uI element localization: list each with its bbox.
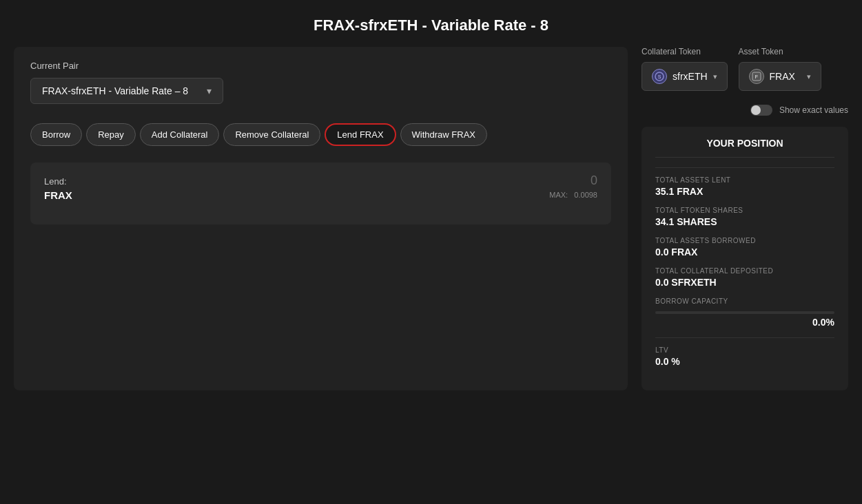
tab-repay[interactable]: Repay [86,123,136,146]
left-panel: Current Pair FRAX-sfrxETH - Variable Rat… [14,47,628,390]
stat-value-ltv: 0.0 % [655,356,834,367]
position-divider [655,167,834,168]
toggle-knob [751,105,761,115]
asset-token-label: Asset Token [739,47,821,56]
tab-add-collateral[interactable]: Add Collateral [140,123,220,146]
show-exact-label: Show exact values [779,105,848,115]
borrow-capacity-label: BORROW CAPACITY [655,297,834,305]
lend-token: FRAX [44,189,597,201]
show-exact-row: Show exact values [642,105,848,116]
lend-box: Lend: FRAX 0 MAX: 0.0098 [30,162,611,224]
stat-label-ltv: LTV [655,346,834,354]
right-panel: Collateral Token S sfrxETH ▾ Asset Token [642,47,848,390]
svg-text:F: F [755,74,757,79]
stat-total-assets-borrowed: TOTAL ASSETS BORROWED 0.0 FRAX [655,237,834,258]
ltv-divider [655,337,834,338]
stat-ltv: LTV 0.0 % [655,346,834,367]
pair-selector-chevron-icon: ▾ [207,85,212,96]
stat-value-total-ftoken-shares: 34.1 SHARES [655,216,834,227]
collateral-token-label: Collateral Token [642,47,728,56]
tab-lend-frax[interactable]: Lend FRAX [325,123,396,146]
pair-selector[interactable]: FRAX-sfrxETH - Variable Rate – 8 ▾ [30,78,223,104]
tabs-row: Borrow Repay Add Collateral Remove Colla… [30,123,611,146]
position-box: YOUR POSITION TOTAL ASSETS LENT 35.1 FRA… [642,127,848,390]
current-pair-label: Current Pair [30,61,611,71]
stat-total-assets-lent: TOTAL ASSETS LENT 35.1 FRAX [655,176,834,197]
pair-selector-value: FRAX-sfrxETH - Variable Rate – 8 [42,85,188,96]
tab-remove-collateral[interactable]: Remove Collateral [223,123,320,146]
sfrxeth-icon: S [652,69,667,84]
borrow-capacity-value: 0.0% [812,317,834,328]
asset-token-name: FRAX [770,71,795,82]
lend-input-area: 0 MAX: 0.0098 [549,174,597,199]
asset-token-selector[interactable]: F FRAX ▾ [739,62,821,91]
stat-label-total-assets-borrowed: TOTAL ASSETS BORROWED [655,237,834,244]
lend-max-label: MAX: 0.0098 [549,191,597,199]
borrow-capacity-section: BORROW CAPACITY 0.0% [655,297,834,328]
collateral-token-name: sfrxETH [673,71,708,82]
stat-label-total-ftoken-shares: TOTAL FTOKEN SHARES [655,207,834,214]
stat-value-total-assets-borrowed: 0.0 FRAX [655,246,834,258]
stat-label-total-assets-lent: TOTAL ASSETS LENT [655,176,834,184]
token-selectors: Collateral Token S sfrxETH ▾ Asset Token [642,47,848,91]
position-title: YOUR POSITION [655,138,834,158]
stat-label-total-collateral-deposited: TOTAL COLLATERAL DEPOSITED [655,267,834,275]
stat-total-ftoken-shares: TOTAL FTOKEN SHARES 34.1 SHARES [655,207,834,227]
collateral-token-group: Collateral Token S sfrxETH ▾ [642,47,728,91]
stat-value-total-collateral-deposited: 0.0 SFRXETH [655,277,834,288]
borrow-capacity-bar [655,311,834,314]
lend-input-value[interactable]: 0 [549,174,597,188]
stat-value-total-assets-lent: 35.1 FRAX [655,186,834,197]
lend-label: Lend: [44,176,597,187]
asset-token-group: Asset Token F FRAX ▾ [739,47,821,91]
stat-total-collateral-deposited: TOTAL COLLATERAL DEPOSITED 0.0 SFRXETH [655,267,834,288]
frax-icon: F [749,69,764,84]
asset-token-chevron-icon: ▾ [807,72,811,81]
tab-borrow[interactable]: Borrow [30,123,82,146]
show-exact-toggle[interactable] [750,105,772,116]
collateral-token-selector[interactable]: S sfrxETH ▾ [642,62,728,91]
page-title: FRAX-sfrxETH - Variable Rate - 8 [0,0,862,47]
tab-withdraw-frax[interactable]: Withdraw FRAX [400,123,487,146]
lend-max-value: 0.0098 [574,191,597,199]
svg-text:S: S [658,74,661,79]
collateral-token-chevron-icon: ▾ [713,72,717,81]
